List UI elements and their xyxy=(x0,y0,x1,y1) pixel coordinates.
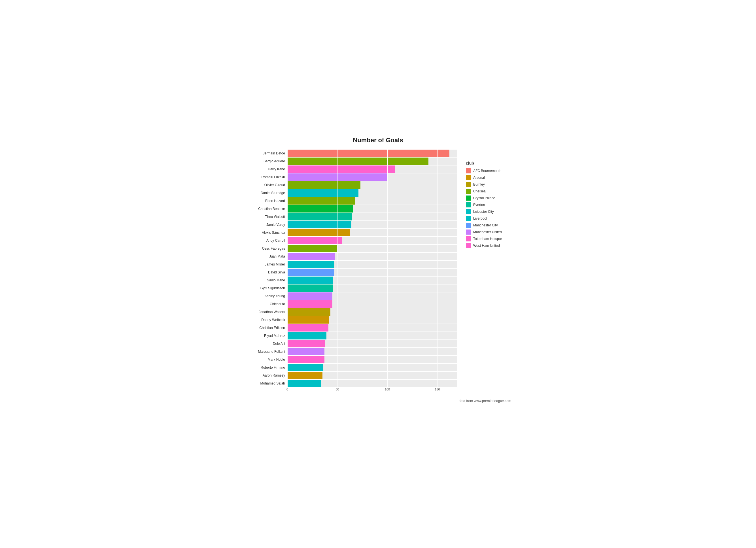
bar-track xyxy=(287,253,457,260)
legend-label: Crystal Palace xyxy=(473,196,495,200)
bar-fill xyxy=(287,308,330,316)
bar-row: Andy Carroll xyxy=(242,237,457,244)
bar-label: Christian Benteke xyxy=(242,207,287,211)
bar-track xyxy=(287,165,457,173)
bar-label: Daniel Sturridge xyxy=(242,191,287,195)
legend-swatch xyxy=(466,236,471,241)
bar-fill xyxy=(287,356,324,363)
bar-label: Aaron Ramsey xyxy=(242,373,287,377)
legend-item: Manchester City xyxy=(466,223,514,228)
bar-fill xyxy=(287,332,326,339)
bar-label: Harry Kane xyxy=(242,167,287,171)
chart-container: Number of Goals Jermain DefoeSergio Agüe… xyxy=(236,128,520,420)
bar-row: Daniel Sturridge xyxy=(242,189,457,197)
legend-swatch xyxy=(466,202,471,207)
bar-row: Sergio Agüero xyxy=(242,158,457,165)
bar-track xyxy=(287,292,457,300)
legend-label: Burnley xyxy=(473,182,485,186)
x-tick: 50 xyxy=(335,388,339,391)
bar-fill xyxy=(287,229,350,236)
bar-track xyxy=(287,229,457,236)
bar-fill xyxy=(287,300,332,308)
bar-track xyxy=(287,300,457,308)
legend-item: Manchester United xyxy=(466,230,514,235)
legend: club AFC BournemouthArsenalBurnleyChelse… xyxy=(457,150,514,394)
bar-fill xyxy=(287,205,353,213)
bar-label: Theo Walcott xyxy=(242,215,287,219)
legend-label: Manchester United xyxy=(473,230,502,234)
bar-label: Christian Eriksen xyxy=(242,326,287,330)
bar-label: Olivier Giroud xyxy=(242,183,287,187)
bar-label: Cesc Fàbregas xyxy=(242,247,287,250)
bar-track xyxy=(287,197,457,205)
legend-label: Tottenham Hotspur xyxy=(473,237,502,241)
bar-label: Mohamed Salah xyxy=(242,381,287,385)
legend-item: Tottenham Hotspur xyxy=(466,236,514,241)
bar-label: Romelu Lukaku xyxy=(242,175,287,179)
bar-track xyxy=(287,189,457,197)
legend-swatch xyxy=(466,223,471,228)
bar-label: Alexis Sánchez xyxy=(242,231,287,235)
bar-row: Sadio Mané xyxy=(242,277,457,284)
bar-fill xyxy=(287,213,352,220)
bar-row: Dele Alli xyxy=(242,340,457,347)
bar-label: Roberto Firmino xyxy=(242,366,287,369)
bar-row: Juan Mata xyxy=(242,253,457,260)
legend-swatch xyxy=(466,230,471,235)
bar-fill xyxy=(287,364,323,371)
chart-body: Jermain DefoeSergio AgüeroHarry KaneRome… xyxy=(242,150,514,394)
bar-row: David Silva xyxy=(242,269,457,276)
bar-track xyxy=(287,213,457,220)
bar-label: Jamie Vardy xyxy=(242,223,287,227)
bar-track xyxy=(287,181,457,189)
legend-item: Chelsea xyxy=(466,189,514,194)
bar-label: Jermain Defoe xyxy=(242,151,287,155)
legend-item: Burnley xyxy=(466,182,514,187)
bar-fill xyxy=(287,340,325,347)
bar-track xyxy=(287,245,457,252)
bar-row: Roberto Firmino xyxy=(242,364,457,371)
bar-row: Mohamed Salah xyxy=(242,380,457,387)
bar-track xyxy=(287,340,457,347)
bar-track xyxy=(287,237,457,244)
bar-row: James Milner xyxy=(242,261,457,268)
caption: data from www.premierleague.com xyxy=(242,399,514,403)
bar-track xyxy=(287,150,457,157)
legend-label: Manchester City xyxy=(473,223,498,227)
bar-row: Jamie Vardy xyxy=(242,221,457,228)
bar-row: Riyad Mahrez xyxy=(242,332,457,339)
bar-fill xyxy=(287,324,328,332)
legend-swatch xyxy=(466,209,471,214)
bar-row: Jermain Defoe xyxy=(242,150,457,157)
legend-item: AFC Bournemouth xyxy=(466,168,514,173)
bar-row: Olivier Giroud xyxy=(242,181,457,189)
bar-track xyxy=(287,221,457,228)
bar-row: Aaron Ramsey xyxy=(242,372,457,379)
legend-swatch xyxy=(466,216,471,221)
bar-label: Chicharito xyxy=(242,302,287,306)
bar-label: Danny Welbeck xyxy=(242,318,287,322)
bar-row: Marouane Fellaini xyxy=(242,348,457,355)
bar-fill xyxy=(287,158,428,165)
legend-item: West Ham United xyxy=(466,243,514,248)
bar-fill xyxy=(287,245,337,252)
bar-row: Cesc Fàbregas xyxy=(242,245,457,252)
bar-track xyxy=(287,261,457,268)
bar-fill xyxy=(287,261,334,268)
x-tick: 100 xyxy=(385,388,390,391)
bar-track xyxy=(287,348,457,355)
bar-label: Ashley Young xyxy=(242,294,287,298)
legend-swatch xyxy=(466,243,471,248)
bar-track xyxy=(287,364,457,371)
legend-swatch xyxy=(466,189,471,194)
bar-fill xyxy=(287,269,334,276)
plot-area: Jermain DefoeSergio AgüeroHarry KaneRome… xyxy=(242,150,457,394)
legend-label: Liverpool xyxy=(473,216,487,220)
bar-track xyxy=(287,205,457,213)
bar-track xyxy=(287,380,457,387)
bar-label: Jonathan Walters xyxy=(242,310,287,314)
bar-fill xyxy=(287,253,335,260)
bar-row: Chicharito xyxy=(242,300,457,308)
bar-fill xyxy=(287,277,333,284)
bar-fill xyxy=(287,197,355,205)
